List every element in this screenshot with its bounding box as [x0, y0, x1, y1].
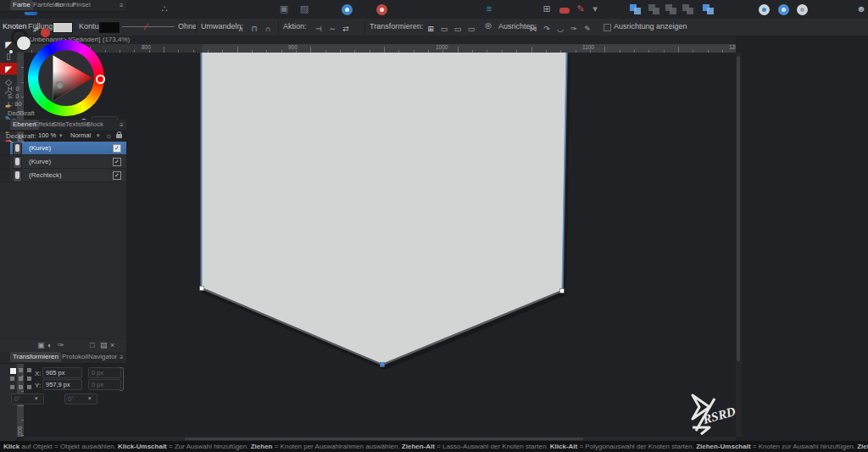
action-break-icon[interactable]: ⊣	[312, 23, 326, 35]
layer-name[interactable]: (Kurve)	[29, 158, 51, 165]
swap-colors-dot[interactable]	[9, 50, 13, 53]
layer-row[interactable]: (Kurve)✓	[0, 142, 126, 155]
x-field[interactable]: 965 px	[42, 367, 82, 378]
tab-stock[interactable]: Stock	[84, 120, 106, 130]
lock-icon[interactable]	[116, 134, 122, 138]
corner-node[interactable]	[200, 287, 204, 291]
convert-smart-icon[interactable]: ∩	[261, 23, 275, 35]
y-field[interactable]: 957,9 px	[42, 379, 82, 390]
assistant-icon[interactable]	[340, 3, 353, 15]
anchor-point[interactable]	[27, 385, 31, 389]
hue-selector[interactable]	[96, 75, 105, 84]
anchor-point[interactable]	[19, 368, 23, 372]
convert-sharp-icon[interactable]: ∧	[234, 23, 248, 35]
chevron-down-icon[interactable]: ▾	[88, 395, 92, 402]
layer-thumbnail[interactable]	[13, 156, 22, 169]
snap-icon[interactable]: ▣	[277, 3, 291, 15]
insert-behind-icon[interactable]	[757, 3, 771, 15]
anchor-point[interactable]	[19, 385, 23, 389]
chevron-down-icon[interactable]: ▾	[97, 132, 100, 139]
selected-shape[interactable]	[24, 53, 736, 437]
gear-icon[interactable]: ☼	[105, 131, 112, 140]
mask-icon[interactable]: ▣	[37, 341, 45, 349]
layer-name[interactable]: (Kurve)	[29, 144, 51, 152]
align-rotate-icon[interactable]: ↷	[540, 23, 554, 35]
anchor-point[interactable]	[27, 368, 31, 372]
layer-name[interactable]: (Rechteck)	[29, 171, 62, 179]
bool-xor-icon[interactable]	[682, 3, 695, 15]
align-pen-icon[interactable]: ✑	[567, 23, 581, 35]
layer-row[interactable]: (Kurve)✓	[0, 155, 126, 169]
convert-smooth-icon[interactable]: ⊓	[248, 23, 261, 35]
snapping-icon[interactable]: ◎	[481, 21, 495, 30]
bool-add-icon[interactable]	[629, 3, 643, 15]
rotation-field[interactable]: 0°	[11, 393, 44, 405]
transform-mode-icon[interactable]: ⊞	[424, 23, 437, 35]
anchor-point[interactable]	[10, 368, 16, 374]
share-icon[interactable]: ∴	[158, 3, 171, 15]
bool-intersect-icon[interactable]	[665, 3, 678, 15]
transform-opt1-icon[interactable]: ▭	[437, 23, 451, 35]
adjustment-icon[interactable]: ◐	[47, 341, 52, 349]
scrollbar-thumb[interactable]	[737, 56, 740, 361]
shear-field[interactable]: 0°	[64, 393, 97, 405]
anchor-point[interactable]	[10, 385, 14, 389]
layer-visibility-checkbox[interactable]: ✓	[113, 144, 121, 153]
action-reverse-icon[interactable]: ⇄	[339, 23, 353, 35]
panel-menu-icon[interactable]: ≡	[120, 354, 124, 361]
link-dimensions-bracket[interactable]	[120, 367, 124, 391]
corner-node[interactable]	[560, 289, 565, 293]
new-layer-icon[interactable]: □	[90, 341, 94, 349]
chevron-down-icon[interactable]: ▾	[59, 132, 63, 139]
anchor-point[interactable]	[19, 377, 23, 381]
pill-toggle-icon[interactable]	[558, 3, 571, 15]
canvas[interactable]: RSRD	[24, 53, 736, 437]
transform-opt2-icon[interactable]: ▭	[451, 23, 465, 35]
insert-top-icon[interactable]	[776, 3, 790, 15]
list-icon[interactable]: ≡	[482, 3, 496, 15]
group-layer-icon[interactable]: ▤	[100, 341, 108, 349]
blend-mode-select[interactable]: Normal	[68, 131, 99, 140]
selected-node[interactable]	[381, 363, 385, 367]
shade-selector[interactable]	[56, 81, 64, 89]
stroke-width-slider[interactable]	[122, 26, 175, 27]
snap-alt-icon[interactable]: ▨	[298, 3, 311, 15]
saturation-triangle[interactable]	[28, 40, 104, 116]
align-curve-icon[interactable]: ◡	[554, 23, 567, 35]
delete-layer-icon[interactable]: ×	[110, 341, 114, 349]
anchor-point[interactable]	[27, 377, 31, 381]
insert-inside-icon[interactable]	[795, 3, 809, 15]
panel-menu-icon[interactable]: ≡	[120, 121, 124, 129]
align-pen-alt-icon[interactable]: ✎	[581, 23, 594, 35]
layer-visibility-checkbox[interactable]: ✓	[113, 158, 121, 166]
account-icon[interactable]: ☻	[854, 3, 868, 15]
tab-navigator[interactable]: Navigator	[86, 352, 120, 362]
panel-menu-icon[interactable]: ≡	[120, 2, 124, 9]
scrollbar-thumb[interactable]	[185, 438, 583, 440]
pen-red-icon[interactable]: ✎	[574, 3, 587, 15]
tab-transformieren[interactable]: Transformieren	[10, 352, 61, 362]
shape-fill[interactable]	[202, 53, 566, 365]
picked-color-swatch[interactable]	[41, 28, 50, 37]
grid-icon[interactable]: ⊞	[540, 3, 554, 15]
tab-farbe[interactable]: Farbe	[10, 0, 33, 10]
eyedropper-icon[interactable]: ✎	[31, 25, 40, 33]
vertical-scrollbar[interactable]	[736, 53, 742, 437]
tab-pinsel[interactable]: Pinsel	[70, 0, 93, 10]
effects-icon[interactable]: ✑	[58, 341, 64, 349]
align-distribute-icon[interactable]: ⋈	[526, 23, 540, 35]
layer-thumbnail[interactable]	[13, 170, 22, 182]
width-field[interactable]: 0 px	[88, 367, 121, 378]
show-alignment-checkbox[interactable]	[604, 24, 611, 31]
layer-thumbnail[interactable]	[13, 142, 22, 155]
chevron-down-icon[interactable]: ▾	[35, 395, 38, 402]
bool-subtract-icon[interactable]	[648, 3, 661, 15]
height-field[interactable]: 0 px	[88, 379, 121, 390]
layer-row[interactable]: (Rechteck)✓	[0, 169, 126, 182]
bool-divide-icon[interactable]	[702, 3, 715, 15]
layer-visibility-checkbox[interactable]: ✓	[113, 171, 121, 180]
action-smooth-icon[interactable]: ∼	[326, 23, 339, 35]
transform-opt3-icon[interactable]: ▭	[465, 23, 478, 35]
anchor-point[interactable]	[10, 377, 14, 381]
layers-opacity-value[interactable]: 100 %	[36, 131, 60, 140]
